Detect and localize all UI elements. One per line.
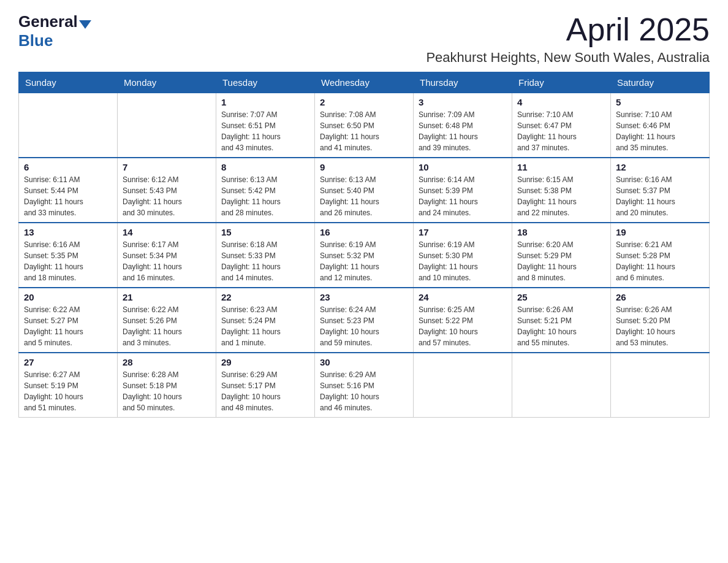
day-number: 5 [616, 97, 704, 107]
calendar-cell: 24Sunrise: 6:25 AM Sunset: 5:22 PM Dayli… [414, 288, 512, 353]
day-info: Sunrise: 6:23 AM Sunset: 5:24 PM Dayligh… [221, 304, 309, 348]
logo-general-text: General [18, 12, 78, 31]
calendar-cell: 9Sunrise: 6:13 AM Sunset: 5:40 PM Daylig… [315, 158, 414, 223]
day-info: Sunrise: 6:18 AM Sunset: 5:33 PM Dayligh… [221, 239, 309, 283]
day-info: Sunrise: 6:22 AM Sunset: 5:27 PM Dayligh… [24, 304, 112, 348]
day-info: Sunrise: 6:19 AM Sunset: 5:32 PM Dayligh… [320, 239, 408, 283]
day-number: 23 [320, 292, 408, 302]
calendar-table: SundayMondayTuesdayWednesdayThursdayFrid… [18, 72, 710, 418]
logo-arrow-icon [79, 20, 91, 29]
calendar-cell: 8Sunrise: 6:13 AM Sunset: 5:42 PM Daylig… [216, 158, 315, 223]
day-number: 15 [221, 227, 309, 237]
day-info: Sunrise: 7:08 AM Sunset: 6:50 PM Dayligh… [320, 109, 408, 153]
day-number: 24 [419, 292, 507, 302]
calendar-cell: 7Sunrise: 6:12 AM Sunset: 5:43 PM Daylig… [118, 158, 216, 223]
title-area: April 2025 Peakhurst Heights, New South … [426, 12, 710, 66]
calendar-cell: 5Sunrise: 7:10 AM Sunset: 6:46 PM Daylig… [611, 93, 710, 158]
day-number: 19 [616, 227, 704, 237]
day-number: 26 [616, 292, 704, 302]
day-info: Sunrise: 6:26 AM Sunset: 5:21 PM Dayligh… [517, 304, 605, 348]
day-number: 7 [123, 162, 211, 172]
day-info: Sunrise: 6:28 AM Sunset: 5:18 PM Dayligh… [123, 369, 211, 413]
calendar-cell: 28Sunrise: 6:28 AM Sunset: 5:18 PM Dayli… [118, 353, 216, 418]
day-info: Sunrise: 6:16 AM Sunset: 5:37 PM Dayligh… [616, 174, 704, 218]
calendar-cell: 18Sunrise: 6:20 AM Sunset: 5:29 PM Dayli… [512, 223, 611, 288]
day-info: Sunrise: 6:27 AM Sunset: 5:19 PM Dayligh… [24, 369, 112, 413]
calendar-cell: 17Sunrise: 6:19 AM Sunset: 5:30 PM Dayli… [414, 223, 512, 288]
month-title: April 2025 [426, 12, 710, 47]
day-info: Sunrise: 6:20 AM Sunset: 5:29 PM Dayligh… [517, 239, 605, 283]
day-number: 3 [419, 97, 507, 107]
calendar-cell: 2Sunrise: 7:08 AM Sunset: 6:50 PM Daylig… [315, 93, 414, 158]
calendar-week-row: 27Sunrise: 6:27 AM Sunset: 5:19 PM Dayli… [19, 353, 710, 418]
day-info: Sunrise: 6:21 AM Sunset: 5:28 PM Dayligh… [616, 239, 704, 283]
day-number: 6 [24, 162, 112, 172]
day-number: 21 [123, 292, 211, 302]
day-number: 8 [221, 162, 309, 172]
header-friday: Friday [512, 72, 611, 93]
calendar-cell: 26Sunrise: 6:26 AM Sunset: 5:20 PM Dayli… [611, 288, 710, 353]
header: General Blue April 2025 Peakhurst Height… [18, 12, 710, 66]
day-number: 4 [517, 97, 605, 107]
day-number: 20 [24, 292, 112, 302]
day-number: 12 [616, 162, 704, 172]
calendar-cell: 4Sunrise: 7:10 AM Sunset: 6:47 PM Daylig… [512, 93, 611, 158]
day-number: 28 [123, 357, 211, 367]
day-info: Sunrise: 6:12 AM Sunset: 5:43 PM Dayligh… [123, 174, 211, 218]
day-info: Sunrise: 6:19 AM Sunset: 5:30 PM Dayligh… [419, 239, 507, 283]
day-info: Sunrise: 6:25 AM Sunset: 5:22 PM Dayligh… [419, 304, 507, 348]
calendar-header-row: SundayMondayTuesdayWednesdayThursdayFrid… [19, 72, 710, 93]
calendar-cell: 29Sunrise: 6:29 AM Sunset: 5:17 PM Dayli… [216, 353, 315, 418]
day-number: 16 [320, 227, 408, 237]
location-title: Peakhurst Heights, New South Wales, Aust… [426, 50, 710, 66]
day-info: Sunrise: 7:09 AM Sunset: 6:48 PM Dayligh… [419, 109, 507, 153]
day-info: Sunrise: 6:11 AM Sunset: 5:44 PM Dayligh… [24, 174, 112, 218]
calendar-week-row: 20Sunrise: 6:22 AM Sunset: 5:27 PM Dayli… [19, 288, 710, 353]
day-info: Sunrise: 6:24 AM Sunset: 5:23 PM Dayligh… [320, 304, 408, 348]
calendar-cell [611, 353, 710, 418]
day-info: Sunrise: 6:16 AM Sunset: 5:35 PM Dayligh… [24, 239, 112, 283]
day-info: Sunrise: 6:26 AM Sunset: 5:20 PM Dayligh… [616, 304, 704, 348]
day-info: Sunrise: 7:07 AM Sunset: 6:51 PM Dayligh… [221, 109, 309, 153]
calendar-cell: 10Sunrise: 6:14 AM Sunset: 5:39 PM Dayli… [414, 158, 512, 223]
day-info: Sunrise: 6:15 AM Sunset: 5:38 PM Dayligh… [517, 174, 605, 218]
calendar-week-row: 1Sunrise: 7:07 AM Sunset: 6:51 PM Daylig… [19, 93, 710, 158]
logo: General Blue [18, 12, 93, 50]
day-info: Sunrise: 6:17 AM Sunset: 5:34 PM Dayligh… [123, 239, 211, 283]
day-number: 25 [517, 292, 605, 302]
calendar-cell: 1Sunrise: 7:07 AM Sunset: 6:51 PM Daylig… [216, 93, 315, 158]
day-info: Sunrise: 6:29 AM Sunset: 5:16 PM Dayligh… [320, 369, 408, 413]
calendar-cell: 21Sunrise: 6:22 AM Sunset: 5:26 PM Dayli… [118, 288, 216, 353]
day-number: 1 [221, 97, 309, 107]
calendar-cell: 6Sunrise: 6:11 AM Sunset: 5:44 PM Daylig… [19, 158, 118, 223]
day-number: 2 [320, 97, 408, 107]
day-number: 27 [24, 357, 112, 367]
day-info: Sunrise: 6:13 AM Sunset: 5:42 PM Dayligh… [221, 174, 309, 218]
day-info: Sunrise: 6:13 AM Sunset: 5:40 PM Dayligh… [320, 174, 408, 218]
calendar-week-row: 13Sunrise: 6:16 AM Sunset: 5:35 PM Dayli… [19, 223, 710, 288]
calendar-cell: 23Sunrise: 6:24 AM Sunset: 5:23 PM Dayli… [315, 288, 414, 353]
calendar-cell: 16Sunrise: 6:19 AM Sunset: 5:32 PM Dayli… [315, 223, 414, 288]
calendar-cell: 11Sunrise: 6:15 AM Sunset: 5:38 PM Dayli… [512, 158, 611, 223]
day-info: Sunrise: 6:22 AM Sunset: 5:26 PM Dayligh… [123, 304, 211, 348]
calendar-cell: 25Sunrise: 6:26 AM Sunset: 5:21 PM Dayli… [512, 288, 611, 353]
day-number: 18 [517, 227, 605, 237]
calendar-cell [414, 353, 512, 418]
day-number: 11 [517, 162, 605, 172]
calendar-cell: 3Sunrise: 7:09 AM Sunset: 6:48 PM Daylig… [414, 93, 512, 158]
day-number: 30 [320, 357, 408, 367]
day-number: 22 [221, 292, 309, 302]
header-wednesday: Wednesday [315, 72, 414, 93]
day-number: 13 [24, 227, 112, 237]
header-sunday: Sunday [19, 72, 118, 93]
day-number: 17 [419, 227, 507, 237]
day-number: 29 [221, 357, 309, 367]
calendar-cell [512, 353, 611, 418]
calendar-cell: 30Sunrise: 6:29 AM Sunset: 5:16 PM Dayli… [315, 353, 414, 418]
calendar-cell: 15Sunrise: 6:18 AM Sunset: 5:33 PM Dayli… [216, 223, 315, 288]
day-number: 14 [123, 227, 211, 237]
calendar-cell: 19Sunrise: 6:21 AM Sunset: 5:28 PM Dayli… [611, 223, 710, 288]
day-number: 10 [419, 162, 507, 172]
header-monday: Monday [118, 72, 216, 93]
logo-blue-text: Blue [18, 31, 53, 50]
